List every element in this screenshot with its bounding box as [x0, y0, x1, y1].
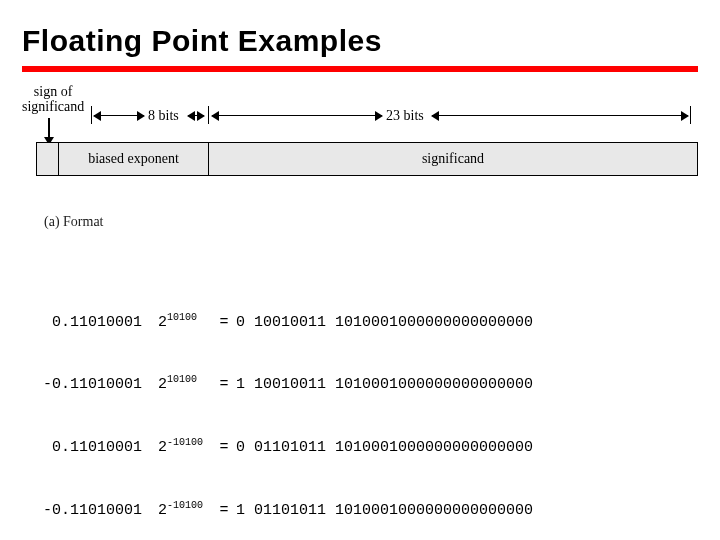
example-row: 0.11010001 2-10100 = 0 01101011 10100010…	[22, 436, 698, 458]
base-exp: 2-10100	[142, 499, 212, 521]
span-arrow-icon	[212, 115, 382, 116]
field-significand: significand	[209, 143, 697, 175]
tick	[690, 106, 691, 124]
span-arrow-icon	[188, 115, 204, 116]
bit-pattern: 0 10010011 1010001000000000000000	[236, 313, 533, 333]
equals: =	[212, 501, 236, 521]
title-underline	[22, 66, 698, 72]
format-diagram: sign of significand 8 bits 23 bits biase…	[22, 84, 698, 214]
equals: =	[212, 313, 236, 333]
examples-block: 0.11010001 210100 = 0 10010011 101000100…	[22, 270, 698, 540]
base-exp: 210100	[142, 373, 212, 395]
arrow-down-icon	[48, 118, 50, 144]
bit-pattern: 1 10010011 1010001000000000000000	[236, 375, 533, 395]
example-row: -0.11010001 210100 = 1 10010011 10100010…	[22, 373, 698, 395]
base-exp: 2-10100	[142, 436, 212, 458]
field-exponent: biased exponent	[59, 143, 209, 175]
mantissa-value: 0.11010001	[22, 438, 142, 458]
example-row: 0.11010001 210100 = 0 10010011 101000100…	[22, 311, 698, 333]
tick	[91, 106, 92, 124]
span-arrow-icon	[94, 115, 144, 116]
bit-pattern: 0 01101011 1010001000000000000000	[236, 438, 533, 458]
page-title: Floating Point Examples	[0, 0, 720, 64]
base-exp: 210100	[142, 311, 212, 333]
sign-label-line1: sign of	[22, 84, 84, 99]
bit-pattern: 1 01101011 1010001000000000000000	[236, 501, 533, 521]
span-arrow-icon	[432, 115, 688, 116]
example-row: -0.11010001 2-10100 = 1 01101011 1010001…	[22, 499, 698, 521]
tick	[208, 106, 209, 124]
sign-label-line2: significand	[22, 99, 84, 114]
equals: =	[212, 438, 236, 458]
equals: =	[212, 375, 236, 395]
mantissa-value: -0.11010001	[22, 375, 142, 395]
mantissa-value: 0.11010001	[22, 313, 142, 333]
field-sign	[37, 143, 59, 175]
sign-label: sign of significand	[22, 84, 84, 115]
caption-a: (a) Format	[44, 214, 720, 230]
sig-bits-label: 23 bits	[386, 108, 424, 124]
format-fields: biased exponent significand	[36, 142, 698, 176]
exp-bits-label: 8 bits	[148, 108, 179, 124]
mantissa-value: -0.11010001	[22, 501, 142, 521]
